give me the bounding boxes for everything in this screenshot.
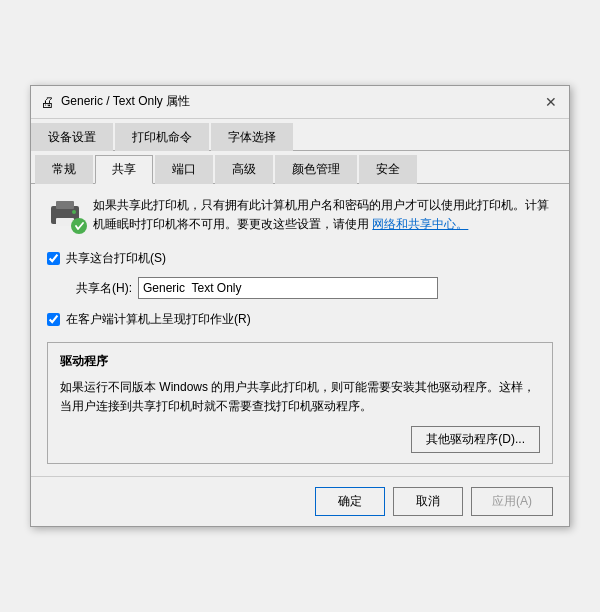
check-icon	[74, 221, 84, 231]
info-box: 如果共享此打印机，只有拥有此计算机用户名和密码的用户才可以使用此打印机。计算机睡…	[47, 196, 553, 234]
tab-fontsel[interactable]: 字体选择	[211, 123, 293, 151]
tab-security[interactable]: 安全	[359, 155, 417, 184]
tab-row-2: 常规 共享 端口 高级 颜色管理 安全	[31, 151, 569, 184]
tab-row-1: 设备设置 打印机命令 字体选择	[31, 119, 569, 151]
network-sharing-link[interactable]: 网络和共享中心。	[372, 217, 468, 231]
share-name-input[interactable]	[138, 277, 438, 299]
tab-sharing[interactable]: 共享	[95, 155, 153, 184]
title-bar-left: 🖨 Generic / Text Only 属性	[39, 93, 190, 110]
bottom-bar: 确定 取消 应用(A)	[31, 476, 569, 526]
svg-rect-1	[56, 201, 74, 209]
close-button[interactable]: ✕	[541, 92, 561, 112]
driver-btn-row: 其他驱动程序(D)...	[60, 426, 540, 453]
title-bar: 🖨 Generic / Text Only 属性 ✕	[31, 86, 569, 119]
share-name-row: 共享名(H):	[67, 277, 553, 299]
check-overlay	[71, 218, 87, 234]
driver-section: 驱动程序 如果运行不同版本 Windows 的用户共享此打印机，则可能需要安装其…	[47, 342, 553, 464]
tab-content: 如果共享此打印机，只有拥有此计算机用户名和密码的用户才可以使用此打印机。计算机睡…	[31, 184, 569, 477]
render-jobs-checkbox[interactable]	[47, 313, 60, 326]
tab-color[interactable]: 颜色管理	[275, 155, 357, 184]
share-printer-checkbox[interactable]	[47, 252, 60, 265]
printer-icon	[47, 196, 83, 232]
tab-advanced[interactable]: 高级	[215, 155, 273, 184]
share-name-label: 共享名(H):	[67, 280, 132, 297]
tab-general[interactable]: 常规	[35, 155, 93, 184]
svg-point-3	[72, 210, 76, 214]
share-printer-checkbox-row: 共享这台打印机(S)	[47, 250, 553, 267]
info-text: 如果共享此打印机，只有拥有此计算机用户名和密码的用户才可以使用此打印机。计算机睡…	[93, 196, 553, 234]
ok-button[interactable]: 确定	[315, 487, 385, 516]
tab-port[interactable]: 端口	[155, 155, 213, 184]
apply-button[interactable]: 应用(A)	[471, 487, 553, 516]
render-jobs-label[interactable]: 在客户端计算机上呈现打印作业(R)	[66, 311, 251, 328]
dialog-title: Generic / Text Only 属性	[61, 93, 190, 110]
driver-section-title: 驱动程序	[60, 353, 540, 370]
other-drivers-button[interactable]: 其他驱动程序(D)...	[411, 426, 540, 453]
tab-settings[interactable]: 设备设置	[31, 123, 113, 151]
info-text-main: 如果共享此打印机，只有拥有此计算机用户名和密码的用户才可以使用此打印机。计算机睡…	[93, 198, 549, 231]
render-jobs-checkbox-row: 在客户端计算机上呈现打印作业(R)	[47, 311, 553, 328]
printer-title-icon: 🖨	[39, 94, 55, 110]
share-printer-label[interactable]: 共享这台打印机(S)	[66, 250, 166, 267]
driver-section-description: 如果运行不同版本 Windows 的用户共享此打印机，则可能需要安装其他驱动程序…	[60, 378, 540, 416]
cancel-button[interactable]: 取消	[393, 487, 463, 516]
tab-printcmd[interactable]: 打印机命令	[115, 123, 209, 151]
printer-properties-dialog: 🖨 Generic / Text Only 属性 ✕ 设备设置 打印机命令 字体…	[30, 85, 570, 528]
